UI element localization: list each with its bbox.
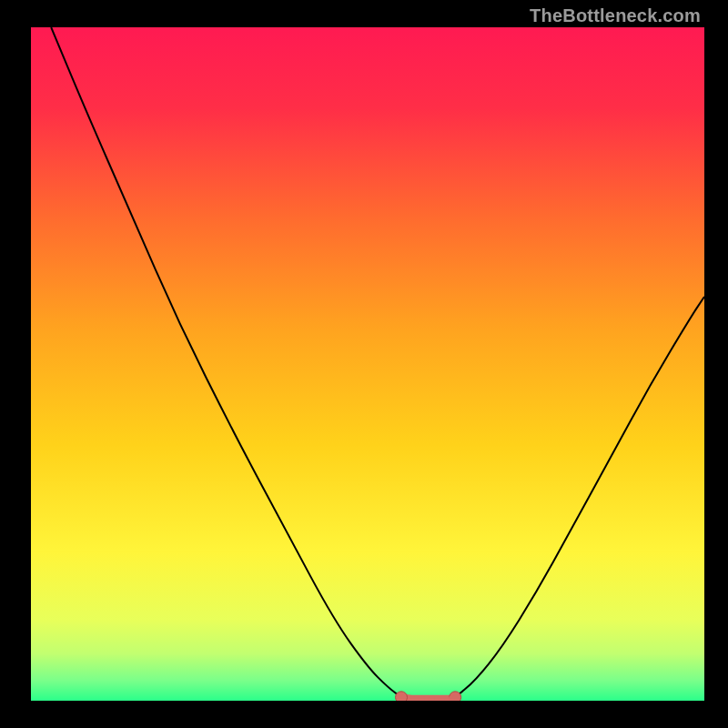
- chart-frame: TheBottleneck.com: [0, 0, 728, 728]
- bottleneck-curve: [31, 27, 704, 701]
- plot-area: [31, 27, 704, 701]
- watermark-text: TheBottleneck.com: [530, 5, 701, 26]
- marker-dot: [396, 692, 408, 701]
- curve-right-branch: [455, 297, 704, 697]
- curve-left-branch: [51, 27, 401, 697]
